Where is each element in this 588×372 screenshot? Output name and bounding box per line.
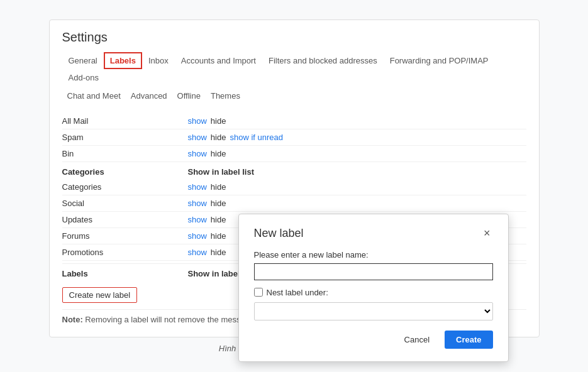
allmail-show-link[interactable]: show	[188, 116, 207, 126]
create-button[interactable]: Create	[445, 331, 492, 349]
new-label-dialog: New label × Please enter a new label nam…	[238, 214, 509, 362]
label-actions-allmail: show hide	[188, 116, 226, 126]
modal-header: New label ×	[254, 227, 493, 240]
tab-accounts[interactable]: Accounts and Import	[175, 52, 262, 69]
label-name-bin: Bin	[62, 149, 188, 158]
cancel-button[interactable]: Cancel	[397, 331, 437, 348]
tabs-row1: General Labels Inbox Accounts and Import…	[62, 52, 526, 86]
tab-themes[interactable]: Themes	[206, 89, 245, 103]
categories-section-header: Categories Show in label list	[62, 162, 526, 179]
label-name-categories: Categories	[62, 182, 188, 192]
promotions-show-link[interactable]: show	[188, 248, 207, 257]
forums-show-link[interactable]: show	[188, 231, 207, 241]
bin-show-link[interactable]: show	[188, 149, 207, 158]
spam-show-link[interactable]: show	[188, 133, 207, 142]
nest-label-row: Nest label under:	[254, 288, 493, 297]
modal-close-button[interactable]: ×	[481, 227, 493, 240]
page-title: Settings	[62, 30, 526, 45]
label-name-updates: Updates	[62, 215, 188, 224]
nest-label-text: Nest label under:	[267, 288, 328, 297]
label-row-allmail: All Mail show hide	[62, 113, 526, 129]
modal-footer: Cancel Create	[254, 331, 493, 349]
modal-overlay: New label × Please enter a new label nam…	[238, 214, 509, 362]
categories-header-name: Categories	[62, 167, 188, 177]
tab-forwarding[interactable]: Forwarding and POP/IMAP	[384, 52, 495, 69]
spam-show-if-unread-link[interactable]: show if unread	[230, 133, 283, 142]
page-wrapper: Settings General Labels Inbox Accounts a…	[0, 7, 588, 366]
label-actions-social: show hide	[188, 199, 226, 208]
label-name-promotions: Promotions	[62, 248, 188, 257]
label-actions-promotions: show hide	[188, 248, 226, 257]
create-new-label-button[interactable]: Create new label	[62, 287, 138, 303]
categories-header-col: Show in label list	[188, 167, 289, 177]
social-show-link[interactable]: show	[188, 199, 207, 208]
content-area: All Mail show hide Spam show hide show i…	[62, 113, 526, 324]
settings-panel: Settings General Labels Inbox Accounts a…	[49, 19, 540, 337]
label-actions-spam: show hide show if unread	[188, 133, 284, 142]
label-actions-updates: show hide	[188, 215, 226, 224]
label-name-allmail: All Mail	[62, 116, 188, 126]
label-actions-categories: show hide	[188, 182, 226, 192]
nest-label-select[interactable]	[254, 302, 493, 320]
categories-show-link[interactable]: show	[188, 182, 207, 192]
social-hide-text: hide	[211, 199, 226, 208]
categories-hide-text: hide	[211, 182, 226, 192]
tab-general[interactable]: General	[62, 52, 104, 69]
new-label-input[interactable]	[254, 263, 493, 280]
label-name-spam: Spam	[62, 133, 188, 142]
label-actions-forums: show hide	[188, 231, 226, 241]
updates-hide-text: hide	[211, 215, 226, 224]
label-row-bin: Bin show hide	[62, 146, 526, 162]
tab-filters[interactable]: Filters and blocked addresses	[262, 52, 384, 69]
tab-addons[interactable]: Add-ons	[62, 69, 105, 86]
modal-title: New label	[254, 227, 304, 240]
label-row-social: Social show hide	[62, 195, 526, 212]
labels-header-name: Labels	[62, 269, 188, 278]
tab-advanced[interactable]: Advanced	[126, 89, 172, 103]
promotions-hide-text: hide	[211, 248, 226, 257]
label-actions-bin: show hide	[188, 149, 226, 158]
nest-label-checkbox[interactable]	[254, 288, 263, 297]
tab-offline[interactable]: Offline	[172, 89, 206, 103]
label-row-categories: Categories show hide	[62, 179, 526, 195]
updates-show-link[interactable]: show	[188, 215, 207, 224]
allmail-hide-text: hide	[211, 116, 226, 126]
tab-inbox[interactable]: Inbox	[142, 52, 175, 69]
forums-hide-text: hide	[211, 231, 226, 241]
spam-hide-text: hide	[211, 133, 226, 142]
tabs-row2: Chat and Meet Advanced Offline Themes	[62, 89, 526, 103]
label-name-social: Social	[62, 199, 188, 208]
tab-labels[interactable]: Labels	[104, 52, 142, 69]
label-name-forums: Forums	[62, 231, 188, 241]
label-row-spam: Spam show hide show if unread	[62, 129, 526, 146]
bin-hide-text: hide	[211, 149, 226, 158]
modal-label-prompt: Please enter a new label name:	[254, 250, 493, 260]
note-bold: Note:	[62, 315, 83, 324]
tab-chat-meet[interactable]: Chat and Meet	[62, 89, 126, 103]
